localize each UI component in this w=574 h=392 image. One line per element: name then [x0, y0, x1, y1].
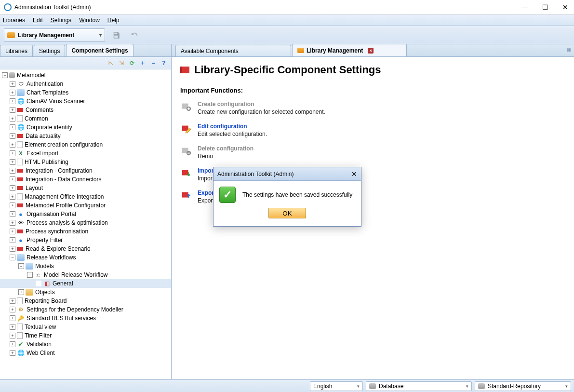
collapse-icon[interactable]: ⇱: [107, 59, 115, 68]
tree-item[interactable]: +Integration - Configuration: [0, 166, 171, 175]
expander-icon[interactable]: +: [18, 289, 24, 295]
tree-item[interactable]: +Management Office Integration: [0, 192, 171, 201]
expander-icon[interactable]: +: [10, 298, 15, 304]
expander-icon[interactable]: +: [10, 98, 15, 104]
tree-item[interactable]: +Reporting Board: [0, 297, 171, 305]
expander-icon[interactable]: +: [10, 124, 15, 130]
expander-icon[interactable]: +: [10, 168, 15, 174]
expander-icon[interactable]: +: [10, 350, 15, 356]
tree-item-label: Chart Templates: [27, 89, 68, 96]
tree-item[interactable]: +Textual view: [0, 323, 171, 331]
tree-item[interactable]: +Data actuality: [0, 132, 171, 140]
tab-component-settings[interactable]: Component Settings: [66, 44, 133, 56]
expander-icon[interactable]: +: [10, 341, 15, 347]
tab-library-management[interactable]: Library Management ×: [292, 44, 407, 56]
expander-icon[interactable]: +: [10, 90, 15, 95]
expander-icon[interactable]: +: [10, 194, 15, 200]
tree-item-general[interactable]: General: [0, 279, 171, 288]
expander-icon[interactable]: +: [10, 237, 15, 243]
expander-icon[interactable]: +: [10, 333, 15, 338]
tree-item[interactable]: +Process synchronisation: [0, 227, 171, 236]
tree-item[interactable]: +Property Filter: [0, 236, 171, 244]
tab-settings[interactable]: Settings: [34, 45, 65, 56]
menu-settings[interactable]: Settings: [51, 17, 71, 24]
tab-available-components[interactable]: Available Components: [175, 45, 291, 56]
expander-icon[interactable]: +: [10, 176, 15, 182]
expander-icon[interactable]: +: [10, 220, 15, 226]
expander-icon[interactable]: +: [10, 246, 15, 252]
remove-icon[interactable]: −: [149, 59, 158, 68]
menu-window[interactable]: Window: [79, 17, 100, 24]
expander-icon[interactable]: +: [10, 142, 15, 148]
tree-item[interactable]: +Validation: [0, 340, 171, 349]
tree-item[interactable]: +HTML Publishing: [0, 158, 171, 166]
tree-item[interactable]: +Element creation configuration: [0, 140, 171, 149]
undo-button[interactable]: [127, 28, 142, 42]
tree-item-objects[interactable]: + Objects: [0, 288, 171, 297]
expand-icon[interactable]: ⇲: [117, 59, 126, 68]
expander-icon[interactable]: +: [10, 307, 15, 312]
tree-item-models[interactable]: − Models: [0, 262, 171, 270]
tab-overflow-icon[interactable]: ▦: [567, 47, 571, 52]
tree-item[interactable]: +ClamAV Virus Scanner: [0, 97, 171, 106]
expander-icon[interactable]: +: [10, 159, 15, 165]
dialog-close-button[interactable]: ✕: [351, 170, 357, 178]
language-label: English: [313, 383, 332, 390]
menu-help[interactable]: Help: [107, 17, 120, 24]
tree-item[interactable]: +Chart Templates: [0, 88, 171, 97]
expander-icon[interactable]: +: [10, 150, 15, 156]
expander-icon[interactable]: −: [18, 263, 24, 269]
expander-icon[interactable]: +: [10, 211, 15, 217]
tree-item-model-release-workflow[interactable]: − Model Release Workflow: [0, 270, 171, 279]
dialog-message: The settings have been saved successfull…: [242, 191, 352, 198]
close-tab-button[interactable]: ×: [368, 48, 374, 54]
expander-icon[interactable]: +: [10, 185, 15, 191]
repository-dropdown[interactable]: Standard-Repository ▾: [475, 381, 571, 391]
database-dropdown[interactable]: Database ▾: [366, 381, 472, 391]
refresh-icon[interactable]: ⟳: [128, 59, 136, 68]
expander-icon[interactable]: −: [10, 255, 15, 260]
tree-item[interactable]: +Corporate identity: [0, 123, 171, 132]
tree-item[interactable]: +Standard RESTful services: [0, 314, 171, 323]
save-button[interactable]: [109, 28, 123, 42]
menu-libraries[interactable]: Libraries: [3, 17, 25, 24]
tree-item[interactable]: +Common: [0, 114, 171, 123]
help-icon[interactable]: ?: [160, 59, 168, 68]
tab-libraries[interactable]: Libraries: [0, 45, 33, 56]
minimize-button[interactable]: —: [520, 3, 530, 11]
expander-icon[interactable]: +: [10, 133, 15, 139]
add-icon[interactable]: ＋: [138, 59, 147, 68]
ok-button[interactable]: OK: [268, 208, 306, 218]
tree-item[interactable]: +Web Client: [0, 349, 171, 357]
expander-icon[interactable]: +: [10, 324, 15, 330]
close-button[interactable]: ✕: [561, 3, 570, 11]
tree-item[interactable]: +Process analysis & optimisation: [0, 218, 171, 227]
language-dropdown[interactable]: English ▾: [310, 381, 363, 391]
tree-item-release-workflows[interactable]: − Release Workflows: [0, 253, 171, 262]
tree-item[interactable]: +Comments: [0, 106, 171, 114]
tree-item[interactable]: +Read & Explore Scenario: [0, 244, 171, 253]
expander-icon[interactable]: +: [10, 203, 15, 208]
expander-icon[interactable]: +: [10, 107, 15, 113]
function-title[interactable]: Impor: [198, 167, 214, 174]
tree-item[interactable]: +Metamodel Profile Configurator: [0, 201, 171, 210]
expander-icon[interactable]: −: [27, 272, 33, 278]
function-title[interactable]: Edit configuration: [198, 123, 267, 130]
tree-item[interactable]: +Layout: [0, 184, 171, 192]
tree-item[interactable]: +Integration - Data Connectors: [0, 175, 171, 184]
tree-item[interactable]: +Time Filter: [0, 331, 171, 340]
expander-icon[interactable]: +: [10, 116, 15, 122]
maximize-button[interactable]: ☐: [540, 3, 550, 11]
tree-item-label: Time Filter: [25, 332, 52, 339]
tree-item[interactable]: +Organisation Portal: [0, 210, 171, 218]
library-dropdown[interactable]: Library Management ▾: [4, 28, 105, 42]
tree-root[interactable]: − Metamodel: [0, 71, 171, 80]
expander-icon[interactable]: +: [10, 81, 15, 87]
tree-item[interactable]: +Authentication: [0, 80, 171, 88]
menu-edit[interactable]: Edit: [33, 17, 43, 24]
tree-item[interactable]: +Settings for the Dependency Modeller: [0, 305, 171, 314]
expander-icon[interactable]: +: [10, 315, 15, 321]
expander-icon[interactable]: +: [10, 229, 15, 234]
tree-item[interactable]: +Excel import: [0, 149, 171, 158]
expander-icon[interactable]: −: [2, 72, 8, 78]
